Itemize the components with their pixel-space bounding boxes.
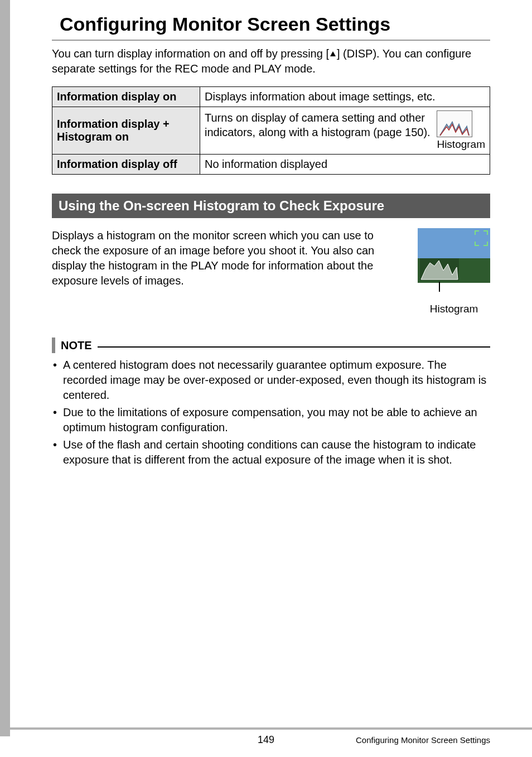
note-label: NOTE — [61, 339, 92, 352]
setting-label: Information display + Histogram on — [52, 107, 200, 155]
setting-label: Information display off — [52, 155, 200, 175]
setting-description: Displays information about image setting… — [200, 87, 490, 107]
histogram-preview-label: Histogram — [418, 303, 490, 315]
list-item: A centered histogram does not necessaril… — [52, 358, 490, 403]
table-row: Information display + Histogram on Turns… — [52, 107, 490, 155]
histogram-preview: Histogram — [418, 228, 490, 315]
table-row: Information display off No information d… — [52, 155, 490, 175]
setting-description: No information displayed — [200, 155, 490, 175]
up-arrow-icon — [329, 47, 337, 62]
focus-corner-icon — [483, 242, 488, 246]
section-body-text: Displays a histogram on the monitor scre… — [52, 228, 401, 288]
histogram-thumbnail-label: Histogram — [437, 138, 485, 151]
table-row: Information display on Displays informat… — [52, 87, 490, 107]
note-divider-icon — [98, 346, 490, 348]
histogram-thumbnail-icon — [437, 110, 472, 137]
note-bar-icon — [52, 337, 55, 353]
svg-marker-1 — [421, 261, 458, 279]
focus-corner-icon — [475, 242, 479, 246]
intro-paragraph: You can turn display information on and … — [52, 46, 490, 76]
histogram-preview-image — [418, 228, 490, 283]
page-number: 149 — [0, 734, 532, 746]
histogram-embedded-icon — [420, 258, 459, 281]
list-item: Use of the flash and certain shooting co… — [52, 437, 490, 467]
note-header: NOTE — [52, 337, 490, 353]
setting-label: Information display on — [52, 87, 200, 107]
focus-corner-icon — [475, 230, 479, 235]
note-list: A centered histogram does not necessaril… — [52, 358, 490, 467]
svg-marker-0 — [330, 51, 336, 56]
setting-description: Turns on display of camera setting and o… — [200, 107, 490, 155]
focus-corner-icon — [483, 230, 488, 235]
page-title: Configuring Monitor Screen Settings — [52, 11, 490, 41]
note-block: NOTE A centered histogram does not neces… — [52, 337, 490, 467]
page-content: Configuring Monitor Screen Settings You … — [0, 0, 532, 736]
page-footer: 149 Configuring Monitor Screen Settings — [0, 727, 532, 757]
callout-line-icon — [439, 282, 440, 292]
section-body: Displays a histogram on the monitor scre… — [52, 228, 490, 315]
histogram-mini-icon — [439, 119, 470, 137]
section-subheading: Using the On-screen Histogram to Check E… — [52, 194, 490, 218]
histogram-thumbnail-cell: Histogram — [437, 110, 485, 151]
settings-table: Information display on Displays informat… — [52, 86, 490, 175]
list-item: Due to the limitations of exposure compe… — [52, 405, 490, 435]
intro-text-pre: You can turn display information on and … — [52, 47, 329, 60]
setting-description-text: Turns on display of camera setting and o… — [205, 110, 431, 139]
